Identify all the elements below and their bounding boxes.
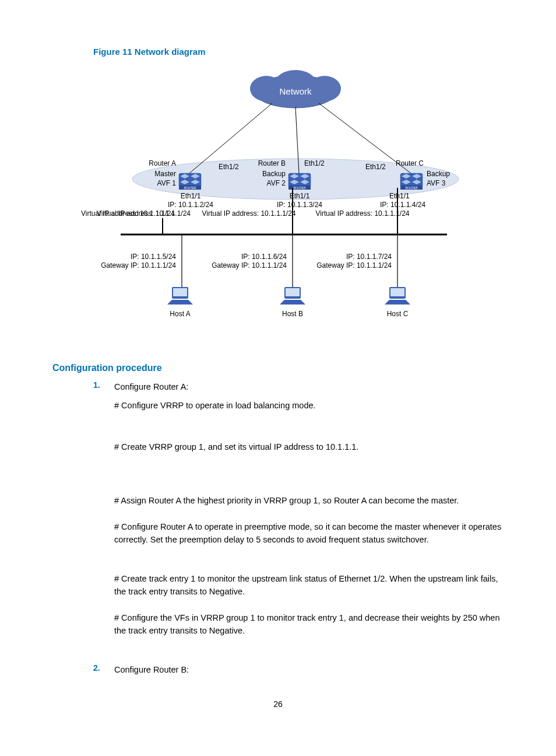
router-b-vip: Virtual IP address: 10.1.1.1/24	[202, 209, 296, 218]
router-a-ip: IP: 10.1.1.2/24	[168, 201, 213, 209]
svg-rect-27	[390, 288, 404, 296]
host-b-name: Host B	[282, 310, 303, 318]
router-c-eth-down: Eth1/1	[389, 192, 410, 200]
host-b-ip: IP: 10.1.1.6/24	[241, 253, 287, 261]
step-2: 2. Configure Router B:	[93, 663, 504, 676]
step-1-f: # Configure the VFs in VRRP group 1 to m…	[114, 611, 504, 638]
step-1-d: # Configure Router A to operate in preem…	[114, 520, 504, 547]
host-c-ip: IP: 10.1.1.7/24	[346, 253, 392, 261]
network-label: Network	[279, 86, 312, 96]
step-1-title: Configure Router A:	[114, 380, 504, 393]
step-1-c: # Assign Router A the highest priority i…	[114, 494, 504, 507]
router-b-eth-up: Eth1/2	[304, 159, 325, 167]
svg-text:ROUTER: ROUTER	[405, 186, 418, 190]
step-1-a: # Configure VRRP to operate in load bala…	[114, 399, 504, 412]
router-a-vip2: Virtual IP address: 10.1.1.1/24	[81, 209, 175, 218]
router-b-name: Router B	[258, 159, 286, 167]
network-diagram: Network ROUTER Router A Eth1/2 Master AV…	[74, 65, 482, 345]
step-1-e: # Create track entry 1 to monitor the up…	[114, 572, 504, 598]
router-c-role2: AVF 3	[427, 179, 446, 187]
router-a-name: Router A	[149, 159, 176, 167]
step-1-b: # Create VRRP group 1, and set its virtu…	[114, 440, 504, 453]
router-a-role1: Master	[154, 170, 176, 178]
host-a-name: Host A	[170, 310, 190, 318]
svg-rect-25	[286, 288, 300, 296]
host-c: IP: 10.1.1.7/24 Gateway IP: 10.1.1.1/24 …	[316, 253, 410, 318]
host-c-gw: Gateway IP: 10.1.1.1/24	[316, 261, 392, 270]
host-a-ip: IP: 10.1.1.5/24	[131, 253, 176, 261]
step-1: 1. Configure Router A: # Configure VRRP …	[93, 380, 504, 638]
section-heading: Configuration procedure	[52, 363, 504, 373]
host-a-gw: Gateway IP: 10.1.1.1/24	[101, 261, 176, 270]
host-b: IP: 10.1.1.6/24 Gateway IP: 10.1.1.1/24 …	[212, 253, 305, 318]
host-b-gw: Gateway IP: 10.1.1.1/24	[212, 261, 287, 270]
router-c-eth-up: Eth1/2	[365, 163, 386, 171]
page-number: 26	[52, 699, 504, 709]
router-c-vip: Virtual IP address: 10.1.1.1/24	[316, 209, 410, 218]
svg-text:ROUTER: ROUTER	[184, 186, 196, 190]
router-b-role1: Backup	[262, 170, 286, 178]
host-c-name: Host C	[387, 310, 409, 318]
router-a-role2: AVF 1	[157, 179, 177, 187]
router-a-eth-down: Eth1/1	[181, 192, 201, 200]
step-2-title: Configure Router B:	[114, 663, 504, 676]
step-1-number: 1.	[93, 380, 100, 390]
router-a-eth-up: Eth1/2	[219, 163, 239, 171]
router-c-name: Router C	[396, 159, 424, 167]
host-a: IP: 10.1.1.5/24 Gateway IP: 10.1.1.1/24 …	[101, 253, 193, 318]
procedure-list: 1. Configure Router A: # Configure VRRP …	[93, 380, 504, 676]
router-b-ip: IP: 10.1.1.3/24	[277, 201, 322, 209]
figure-title: Figure 11 Network diagram	[93, 47, 504, 57]
router-c-role1: Backup	[427, 170, 450, 178]
step-2-number: 2.	[93, 663, 100, 673]
router-c-ip: IP: 10.1.1.4/24	[380, 201, 425, 209]
svg-text:ROUTER: ROUTER	[293, 186, 306, 190]
router-b-role2: AVF 2	[267, 179, 286, 187]
svg-rect-23	[173, 288, 187, 296]
cloud-icon: Network	[250, 70, 341, 108]
